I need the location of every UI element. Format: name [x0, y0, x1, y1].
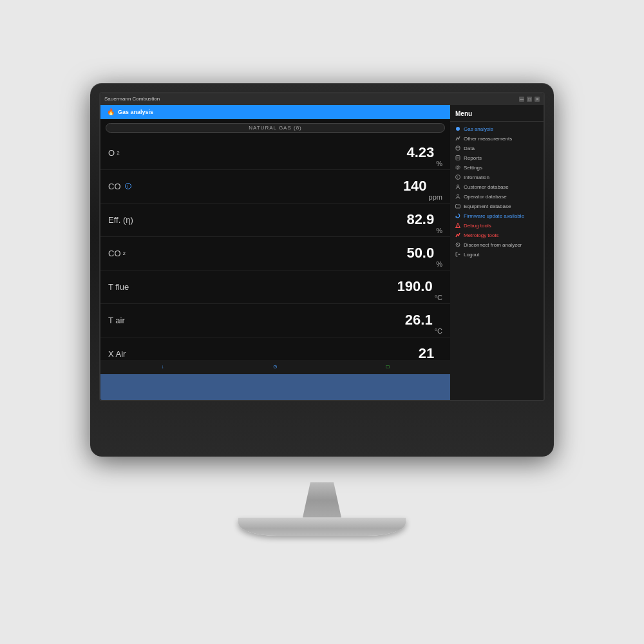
sidebar-label: Information	[464, 175, 489, 180]
measurement-row: Eff. (η) 82.9 %	[100, 204, 450, 237]
bottom-icon-3[interactable]: □	[386, 364, 390, 370]
sidebar-item-disconnect[interactable]: Disconnect from analyzer	[450, 240, 544, 250]
titlebar: Sauermann Combustion — □ ✕	[100, 93, 544, 105]
row-label-xair: X Air	[108, 349, 419, 359]
sidebar-item-operator-database[interactable]: Operator database	[450, 192, 544, 202]
sidebar-label: Data	[464, 146, 475, 151]
row-value-tflue: 190.0	[397, 278, 433, 295]
sidebar-item-customer-database[interactable]: Customer database	[450, 182, 544, 192]
sidebar-item-reports[interactable]: Reports	[450, 153, 544, 163]
sidebar-label: Equipment database	[464, 204, 511, 209]
bottom-icon-1[interactable]: ↓	[162, 364, 164, 370]
maximize-btn[interactable]: □	[527, 97, 532, 102]
measurements-list: O2 4.23 % CO i 140 ppm	[100, 137, 450, 360]
row-unit-co2: %	[436, 260, 442, 270]
measurement-row: O2 4.23 %	[100, 137, 450, 170]
row-label-tair: T air	[108, 316, 405, 325]
logout-icon	[455, 252, 460, 257]
info-icon: i	[455, 175, 460, 180]
screen: Sauermann Combustion — □ ✕ 🔥 Gas analysi…	[99, 92, 545, 401]
sidebar-item-gas-analysis[interactable]: Gas analysis	[450, 124, 544, 134]
sidebar-item-settings[interactable]: Settings	[450, 163, 544, 173]
sidebar-title: Menu	[450, 109, 544, 122]
svg-marker-17	[459, 254, 460, 256]
app-body: 🔥 Gas analysis NATURAL GAS (8) O2 4.23	[100, 105, 544, 400]
database-icon	[455, 146, 460, 151]
row-label-o2: O2	[108, 148, 406, 158]
sidebar-label: Firmware update available	[464, 213, 524, 219]
measurement-row: T air 26.1 °C	[100, 304, 450, 337]
measurement-row: CO i 140 ppm	[100, 170, 450, 204]
svg-line-15	[457, 243, 459, 246]
disconnect-icon	[455, 242, 460, 247]
sidebar-item-metrology-tools[interactable]: Metrology tools	[450, 231, 544, 240]
row-unit-tflue: °C	[435, 294, 442, 303]
minimize-btn[interactable]: —	[519, 97, 524, 102]
sidebar-label: Disconnect from analyzer	[464, 242, 522, 248]
window-controls: — □ ✕	[519, 97, 540, 102]
sidebar-item-debug-tools[interactable]: ! Debug tools	[450, 221, 544, 231]
svg-point-6	[456, 166, 460, 169]
svg-point-0	[456, 127, 460, 131]
sidebar: Menu Gas analysis Other measurements	[450, 105, 544, 400]
sidebar-item-equipment-database[interactable]: Equipment database	[450, 202, 544, 211]
monitor: Sauermann Combustion — □ ✕ 🔥 Gas analysi…	[90, 83, 554, 457]
person-icon	[455, 184, 460, 189]
row-unit-co: ppm	[429, 193, 442, 203]
stand-neck	[283, 482, 361, 518]
svg-point-5	[457, 167, 459, 169]
row-value-co: 140	[403, 178, 427, 194]
folder-icon	[455, 204, 460, 209]
svg-rect-2	[456, 156, 460, 160]
svg-point-9	[457, 185, 459, 187]
sidebar-label: Logout	[464, 252, 479, 258]
bottom-icon-bar: ↓ ⊙ □	[100, 360, 450, 374]
svg-text:!: !	[457, 224, 458, 228]
monitor-stand	[238, 482, 406, 536]
app-title: Sauermann Combustion	[104, 96, 160, 102]
sidebar-item-logout[interactable]: Logout	[450, 250, 544, 260]
row-unit-tair: °C	[435, 327, 442, 337]
chart-icon	[455, 136, 460, 141]
measurement-row: T flue 190.0 °C	[100, 270, 450, 304]
sidebar-label: Operator database	[464, 194, 507, 200]
sidebar-label: Settings	[464, 165, 482, 171]
flame-icon: 🔥	[107, 108, 115, 115]
footer-bar	[100, 374, 450, 400]
svg-point-1	[456, 146, 460, 147]
measurement-row: CO2 50.0 %	[100, 237, 450, 270]
close-btn[interactable]: ✕	[535, 97, 540, 102]
sidebar-label: Metrology tools	[464, 232, 498, 238]
sidebar-item-information[interactable]: i Information	[450, 173, 544, 182]
co-info-icon[interactable]: i	[125, 183, 131, 189]
svg-point-10	[457, 194, 459, 196]
main-panel: 🔥 Gas analysis NATURAL GAS (8) O2 4.23	[100, 105, 450, 400]
bottom-icon-2[interactable]: ⊙	[273, 364, 278, 370]
sidebar-label: Customer database	[464, 184, 509, 190]
sidebar-item-data[interactable]: Data	[450, 144, 544, 153]
stand-base	[238, 518, 406, 536]
row-unit-o2: %	[436, 160, 442, 169]
file-icon	[455, 155, 460, 160]
chart-icon	[455, 232, 460, 238]
sidebar-item-other-measurements[interactable]: Other measurements	[450, 134, 544, 144]
row-label-tflue: T flue	[108, 282, 397, 292]
sidebar-label: Debug tools	[464, 223, 491, 229]
row-label-co: CO i	[108, 182, 403, 191]
update-icon	[455, 213, 460, 218]
sidebar-label: Gas analysis	[464, 126, 493, 132]
sidebar-label: Other measurements	[464, 136, 512, 142]
person-icon	[455, 194, 460, 199]
measurement-row: X Air 21 %	[100, 337, 450, 360]
row-value-o2: 4.23	[406, 144, 434, 161]
row-label-eff: Eff. (η)	[108, 215, 406, 225]
gas-label-bar: NATURAL GAS (8)	[106, 123, 445, 133]
sidebar-item-firmware-update[interactable]: Firmware update available	[450, 211, 544, 221]
warning-icon: !	[455, 223, 460, 228]
row-label-co2: CO2	[108, 249, 406, 258]
gear-icon	[455, 165, 460, 170]
flame-icon	[455, 126, 460, 131]
row-value-eff: 82.9	[406, 211, 434, 228]
row-value-xair: 21	[419, 345, 434, 360]
row-unit-eff: %	[436, 227, 442, 236]
